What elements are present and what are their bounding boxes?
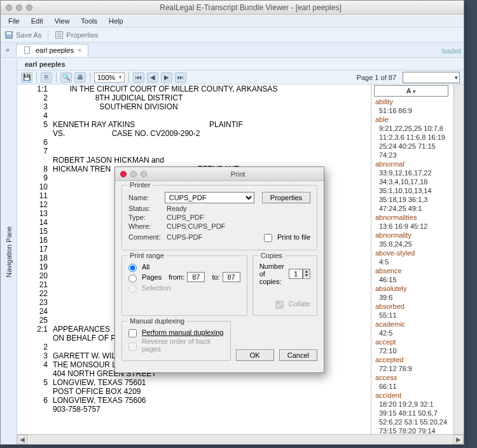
scrollbar-vertical[interactable] bbox=[453, 85, 464, 434]
index-term[interactable]: absence bbox=[371, 266, 453, 275]
doc-line[interactable]: 1:1 IN THE CIRCUIT COURT OF MILLER COUNT… bbox=[17, 85, 371, 93]
line-text: KENNETH RAY ATKINS PLAINTIF bbox=[53, 120, 243, 129]
save-as-button[interactable]: Save As bbox=[4, 31, 41, 39]
index-refs[interactable]: 4:5 bbox=[371, 257, 453, 266]
index-pane[interactable]: A ability51:16 86:9able9:21,22,25,25 10:… bbox=[371, 85, 453, 434]
copies-input[interactable] bbox=[289, 269, 303, 279]
index-refs[interactable]: 51:16 86:9 bbox=[371, 106, 453, 115]
tab-earl-peeples[interactable]: earl peeples × bbox=[16, 44, 88, 57]
index-term[interactable]: ability bbox=[371, 97, 453, 106]
zoom-dropdown[interactable]: 100% bbox=[94, 72, 125, 83]
index-term[interactable]: academic bbox=[371, 320, 453, 329]
ok-button[interactable]: OK bbox=[236, 350, 274, 361]
index-term[interactable]: abnormalities bbox=[371, 213, 453, 222]
cancel-button[interactable]: Cancel bbox=[279, 350, 317, 361]
menu-edit[interactable]: Edit bbox=[26, 16, 48, 26]
page-info: Page 1 of 87 bbox=[357, 74, 396, 81]
doc-line[interactable]: 4 bbox=[17, 111, 371, 120]
zoom-icon[interactable] bbox=[141, 171, 147, 177]
index-refs[interactable]: 46:15 bbox=[371, 275, 453, 284]
manual-duplex-checkbox[interactable] bbox=[128, 329, 137, 337]
index-refs[interactable]: 35:8,24,25 bbox=[371, 240, 453, 248]
menu-help[interactable]: Help bbox=[104, 16, 128, 26]
index-header-dropdown[interactable]: A bbox=[374, 85, 448, 97]
doc-line[interactable]: ROBERT JASON HICKMAN and bbox=[17, 156, 371, 165]
scroll-right-icon[interactable]: ▶ bbox=[453, 435, 464, 444]
index-term[interactable]: absorbed bbox=[371, 302, 453, 311]
save-icon[interactable]: 💾 bbox=[21, 72, 32, 83]
range-pages-radio[interactable] bbox=[128, 275, 137, 283]
line-text: 8TH JUDICIAL DISTRICT bbox=[53, 93, 183, 102]
print-to-file-checkbox[interactable] bbox=[264, 234, 272, 242]
index-term[interactable]: abnormality bbox=[371, 231, 453, 240]
index-term[interactable]: accident bbox=[371, 391, 453, 400]
doc-line[interactable]: POST OFFICE BOX 4209 bbox=[17, 387, 371, 396]
index-refs[interactable]: 72:12 76:9 bbox=[371, 364, 453, 373]
prev-page-icon[interactable]: ◀ bbox=[147, 72, 158, 83]
scroll-left-icon[interactable]: ◀ bbox=[17, 435, 27, 444]
doc-line[interactable]: VS. CASE NO. CV2009-290-2 bbox=[17, 129, 371, 138]
properties-button[interactable]: Properties bbox=[55, 31, 98, 39]
pages-to-input[interactable] bbox=[223, 272, 240, 282]
line-number: 13 bbox=[17, 209, 53, 218]
index-refs[interactable]: 66:11 bbox=[371, 382, 453, 391]
index-refs[interactable]: 72:10 bbox=[371, 346, 453, 355]
line-number: 7 bbox=[17, 147, 53, 156]
index-term[interactable]: absolutely bbox=[371, 284, 453, 293]
line-number bbox=[17, 387, 53, 396]
index-refs[interactable]: 33:9,12,16,17,22 34:3,4,10,17,18 35:1,10… bbox=[371, 168, 453, 213]
range-all-radio[interactable] bbox=[128, 264, 137, 272]
close-icon[interactable] bbox=[120, 171, 127, 177]
menu-tools[interactable]: Tools bbox=[76, 16, 102, 26]
line-number: 4 bbox=[17, 111, 53, 120]
index-refs[interactable]: 42:5 bbox=[371, 329, 453, 337]
menu-file[interactable]: File bbox=[3, 16, 25, 26]
doc-line[interactable]: 5KENNETH RAY ATKINS PLAINTIF bbox=[17, 120, 371, 129]
nav-pane-collapsed[interactable]: Navigation Pane bbox=[1, 59, 17, 444]
printer-name-dropdown[interactable]: CUPS_PDF bbox=[165, 192, 254, 203]
index-term[interactable]: abnormal bbox=[371, 160, 453, 168]
first-page-icon[interactable]: ⏮ bbox=[133, 72, 144, 83]
doc-line[interactable]: 6 bbox=[17, 138, 371, 147]
doc-line[interactable]: 5LONGVIEW, TEXAS 75601 bbox=[17, 378, 371, 387]
tab-close-icon[interactable]: × bbox=[78, 46, 81, 54]
line-number: 2 bbox=[17, 343, 53, 351]
find-icon[interactable]: 🔍 bbox=[60, 72, 72, 83]
search-dropdown[interactable] bbox=[403, 72, 460, 83]
print-icon[interactable]: 🖶 bbox=[74, 72, 86, 83]
menu-view[interactable]: View bbox=[50, 16, 75, 26]
line-number bbox=[17, 156, 53, 165]
printer-properties-button[interactable]: Properties bbox=[262, 192, 310, 203]
next-page-icon[interactable]: ▶ bbox=[161, 72, 172, 83]
tab-label: earl peeples bbox=[36, 46, 74, 54]
doc-line[interactable]: 3 SOUTHERN DIVISION bbox=[17, 102, 371, 111]
copies-spinner[interactable]: ▲▼ bbox=[289, 269, 310, 279]
index-refs[interactable]: 55:11 bbox=[371, 311, 453, 320]
scrollbar-horizontal[interactable]: ◀ ▶ bbox=[17, 434, 464, 444]
doc-line[interactable]: 6LONGVIEW, TEXAS 75606 bbox=[17, 396, 371, 405]
reverse-order-label: Reverse order of back pages bbox=[142, 337, 224, 353]
print-to-file-label: Print to file bbox=[277, 233, 310, 241]
last-page-icon[interactable]: ⏭ bbox=[175, 72, 186, 83]
type-value: CUPS_PDF bbox=[167, 214, 204, 221]
index-term[interactable]: above-styled bbox=[371, 248, 453, 257]
minimize-icon[interactable] bbox=[130, 171, 137, 177]
doc-line[interactable]: 903-758-5757 bbox=[17, 405, 371, 414]
index-term[interactable]: accept bbox=[371, 337, 453, 346]
index-term[interactable]: access bbox=[371, 373, 453, 382]
copy-icon[interactable]: ⎘ bbox=[41, 72, 52, 83]
index-refs[interactable]: 39:6 bbox=[371, 293, 453, 302]
index-term[interactable]: accepted bbox=[371, 355, 453, 364]
doc-line[interactable]: 7 bbox=[17, 147, 371, 156]
index-refs[interactable]: 9:21,22,25,25 10:7,8 11:2,3,6 11:6,8 16:… bbox=[371, 124, 453, 160]
pages-from-input[interactable] bbox=[187, 272, 205, 282]
index-refs[interactable]: 13:6 16:9 45:12 bbox=[371, 222, 453, 231]
window-controls[interactable] bbox=[1, 4, 38, 11]
line-number: 16 bbox=[17, 236, 53, 245]
index-refs[interactable]: 18:20 19:2,9 32:1 39:15 48:11 50:6,7 52:… bbox=[371, 400, 453, 434]
navpane-toggle[interactable]: » bbox=[3, 46, 12, 53]
line-number: 6 bbox=[17, 138, 53, 147]
doc-line[interactable]: 2 8TH JUDICIAL DISTRICT bbox=[17, 93, 371, 102]
index-term[interactable]: able bbox=[371, 115, 453, 124]
dialog-titlebar[interactable]: Print bbox=[115, 167, 324, 181]
